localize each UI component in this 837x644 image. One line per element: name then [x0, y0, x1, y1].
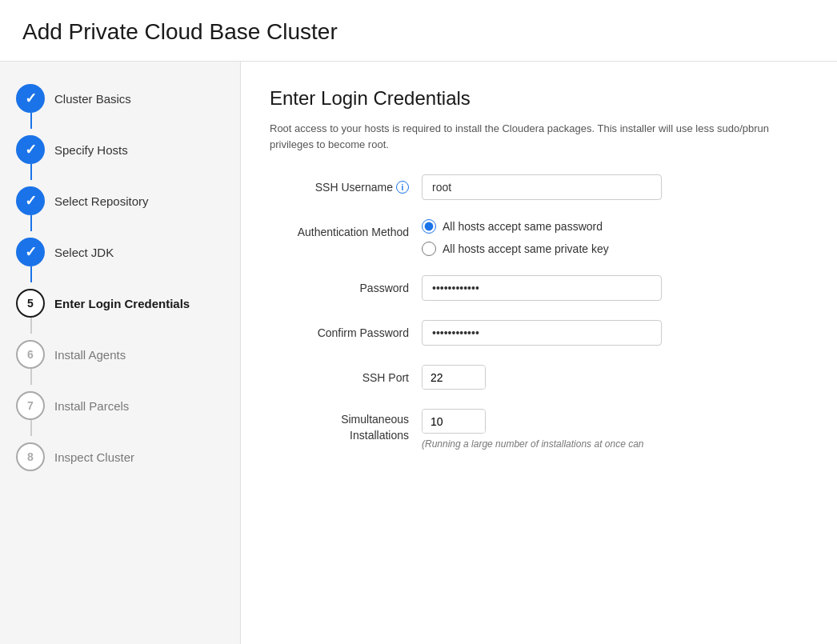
content-panel: Enter Login Credentials Root access to y…: [240, 62, 837, 644]
confirm-password-row: Confirm Password: [270, 320, 808, 346]
radio-private-key[interactable]: [422, 242, 436, 256]
simultaneous-installations-label: Simultaneous Installations: [270, 409, 422, 443]
ssh-port-input[interactable]: [423, 366, 486, 389]
step-circle-5: 5: [16, 289, 45, 318]
check-icon: ✓: [25, 90, 37, 107]
sidebar-item-cluster-basics[interactable]: ✓ Cluster Basics: [16, 84, 224, 113]
password-control: [422, 275, 662, 301]
password-row: Password: [270, 275, 808, 301]
sidebar-item-label: Specify Hosts: [54, 143, 128, 157]
ssh-port-label: SSH Port: [270, 365, 422, 384]
sidebar-item-label: Select Repository: [54, 194, 149, 208]
info-icon[interactable]: i: [396, 181, 409, 194]
sidebar-item-select-repository[interactable]: ✓ Select Repository: [16, 186, 224, 215]
authentication-method-row: Authentication Method All hosts accept s…: [270, 219, 808, 256]
ssh-username-input[interactable]: [422, 174, 662, 200]
simultaneous-installations-hint: (Running a large number of installations…: [422, 438, 662, 450]
step-circle-3: ✓: [16, 186, 45, 215]
confirm-password-control: [422, 320, 662, 346]
section-description: Root access to your hosts is required to…: [270, 121, 808, 152]
simultaneous-installations-spinner: ▲ ▼: [422, 409, 486, 434]
sidebar-item-label: Install Parcels: [54, 399, 129, 413]
ssh-username-label: SSH Username i: [270, 174, 422, 194]
authentication-method-control: All hosts accept same password All hosts…: [422, 219, 662, 256]
step-circle-8: 8: [16, 442, 45, 471]
password-input[interactable]: [422, 275, 662, 301]
step-number-6: 6: [27, 348, 34, 361]
radio-option-password[interactable]: All hosts accept same password: [422, 219, 662, 234]
ssh-username-row: SSH Username i: [270, 174, 808, 200]
ssh-port-control: ▲ ▼: [422, 365, 662, 390]
check-icon-4: ✓: [25, 243, 37, 261]
confirm-password-input[interactable]: [422, 320, 662, 346]
sidebar-item-enter-login-credentials[interactable]: 5 Enter Login Credentials: [16, 289, 224, 318]
simultaneous-installations-input[interactable]: [423, 410, 486, 433]
sidebar-item-select-jdk[interactable]: ✓ Select JDK: [16, 238, 224, 266]
sidebar-item-install-agents[interactable]: 6 Install Agents: [16, 340, 224, 369]
authentication-method-label: Authentication Method: [270, 219, 422, 238]
check-icon-3: ✓: [25, 192, 37, 210]
check-icon-2: ✓: [25, 141, 37, 158]
step-number-7: 7: [27, 399, 34, 412]
sidebar-item-label: Install Agents: [54, 348, 126, 362]
ssh-port-row: SSH Port ▲ ▼: [270, 365, 808, 390]
step-circle-2: ✓: [16, 135, 45, 164]
radio-option-private-key[interactable]: All hosts accept same private key: [422, 242, 662, 256]
password-label: Password: [270, 275, 422, 294]
radio-password-label: All hosts accept same password: [443, 220, 603, 233]
sidebar-item-label: Inspect Cluster: [54, 450, 134, 464]
radio-password[interactable]: [422, 219, 436, 234]
sidebar-item-label: Select JDK: [54, 246, 114, 259]
sidebar-item-install-parcels[interactable]: 7 Install Parcels: [16, 391, 224, 420]
step-circle-7: 7: [16, 391, 45, 420]
simultaneous-installations-control: ▲ ▼ (Running a large number of installat…: [422, 409, 662, 450]
step-number-8: 8: [27, 450, 34, 463]
sidebar-item-specify-hosts[interactable]: ✓ Specify Hosts: [16, 135, 224, 164]
step-circle-1: ✓: [16, 84, 45, 113]
sidebar-item-inspect-cluster[interactable]: 8 Inspect Cluster: [16, 442, 224, 471]
step-circle-4: ✓: [16, 238, 45, 266]
step-number-5: 5: [27, 297, 34, 310]
sidebar-item-label: Cluster Basics: [54, 92, 131, 106]
section-title: Enter Login Credentials: [270, 87, 808, 110]
radio-private-key-label: All hosts accept same private key: [443, 242, 609, 255]
ssh-port-spinner: ▲ ▼: [422, 365, 486, 390]
confirm-password-label: Confirm Password: [270, 320, 422, 339]
page-title: Add Private Cloud Base Cluster: [0, 0, 837, 62]
sidebar-item-label: Enter Login Credentials: [54, 297, 190, 310]
sidebar: ✓ Cluster Basics ✓ Specify Hosts ✓ Selec…: [0, 62, 240, 644]
step-circle-6: 6: [16, 340, 45, 369]
ssh-username-control: [422, 174, 662, 200]
simultaneous-installations-row: Simultaneous Installations ▲ ▼ (Running …: [270, 409, 808, 450]
